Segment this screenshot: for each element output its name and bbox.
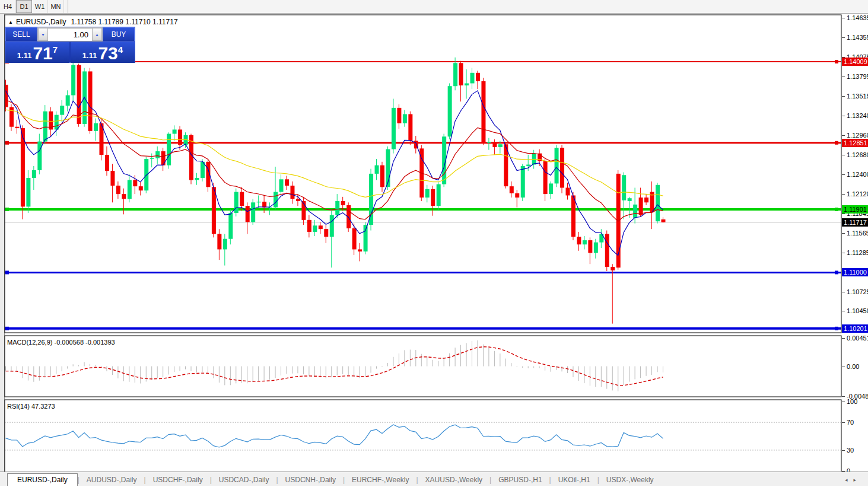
buy-price-display[interactable]: 1.11 73 4 [71,42,135,63]
chart-tab-usdcad-daily[interactable]: USDCAD-,Daily [212,474,276,486]
candle-body [285,179,289,186]
line-end-marker [5,208,9,211]
rsi-axis-label: 30 [847,447,854,454]
chart-tab-usdx-weekly[interactable]: USDX-,Weekly [599,474,661,486]
candle-body [290,186,294,199]
candle-body [195,178,199,180]
price-tick-mark [842,155,845,155]
price-tick-mark [842,135,845,136]
price-tick-label: 1.13515 [847,93,868,100]
trade-panel-collapse-icon[interactable]: ▲ [8,20,13,25]
volume-stepper: ▼ 1.00 ▲ [37,27,103,42]
chart-window: ▲EURUSD-,Daily1.11758 1.11789 1.11710 1.… [0,14,868,500]
candle-body [470,73,475,84]
price-badge-1.10201: 1.10201 [842,324,868,333]
candle-body [588,240,592,253]
candle-body [498,144,503,147]
moving-average-45 [6,110,663,197]
line-end-marker [5,327,9,330]
line-end-marker [835,327,838,330]
price-tick-label: 1.10725 [847,288,868,295]
candle-body [341,201,345,205]
candle-body [88,71,93,130]
one-click-trade-panel: SELL ▼ 1.00 ▲ BUY 1.11 71 7 1.11 73 4 [5,27,135,63]
candle-body [178,129,182,145]
candle-body [543,161,548,195]
chart-tab-usdcnh-daily[interactable]: USDCNH-,Daily [278,474,343,486]
price-badge-1.11000: 1.11000 [842,268,868,276]
timeframe-button-h4[interactable]: H4 [0,0,16,13]
sell-price-main: 71 [33,45,52,62]
chart-tab-usdchf-daily[interactable]: USDCHF-,Daily [146,474,210,486]
buy-price-main: 73 [98,45,117,62]
line-end-marker [5,141,9,145]
volume-decrease-button[interactable]: ▼ [38,28,48,41]
price-tick-label: 1.12960 [847,132,868,139]
candle-body [66,95,70,106]
tab-scroll-left-icon[interactable]: ◂ [845,477,854,483]
symbol-tab-bar: EURUSD-,Daily|AUDUSD-,Daily|USDCHF-,Dail… [0,472,868,486]
candle-body [633,205,637,218]
price-tick-label: 1.14635 [847,14,868,21]
chart-tab-eurusd-daily[interactable]: EURUSD-,Daily [7,473,78,486]
macd-axis-label: 0.004517 [847,335,868,342]
candle-body [313,225,317,232]
price-chart-canvas[interactable] [0,14,868,486]
buy-price-prefix: 1.11 [82,51,97,60]
candle-body [37,142,42,170]
timeframe-button-d1[interactable]: D1 [16,0,32,13]
volume-increase-button[interactable]: ▲ [92,28,102,41]
sell-price-pip: 7 [53,44,58,55]
candle-body [661,219,665,222]
moving-average-6 [6,91,663,256]
candle-body [358,249,362,251]
sell-price-display[interactable]: 1.11 71 7 [5,42,69,63]
candle-body [526,165,530,166]
candle-body [223,239,227,250]
macd-tick-mark [842,338,845,339]
candle-body [481,81,485,143]
line-end-marker [835,208,838,211]
candle-body [510,186,514,193]
toolbar-separator [68,0,68,13]
timeframe-button-mn[interactable]: MN [48,0,64,13]
candle-body [26,178,30,206]
candle-body [246,206,250,222]
chart-tab-gbpusd-h1[interactable]: GBPUSD-,H1 [491,474,549,486]
candle-body [583,240,587,244]
macd-tick-mark [842,396,845,397]
timeframe-button-w1[interactable]: W1 [32,0,48,13]
candle-body [403,114,407,123]
sell-button[interactable]: SELL [5,27,37,42]
price-tick-mark [842,174,845,175]
candle-body [448,86,452,136]
candle-body [201,162,205,178]
ohlc-values: 1.11758 1.11789 1.11710 1.11717 [71,18,178,26]
symbol-title: EURUSD-,Daily [16,18,66,26]
price-tick-label: 1.14355 [847,34,868,41]
chart-tab-eurchf-weekly[interactable]: EURCHF-,Weekly [345,474,416,486]
buy-button[interactable]: BUY [103,27,135,42]
candle-body [71,65,75,95]
candle-body [437,184,441,206]
candle-body [296,199,300,201]
candle-body [639,198,643,215]
candle-body [335,201,339,215]
chart-tab-ukoil-h1[interactable]: UKOil-,H1 [551,474,597,486]
macd-axis-label: 0.00 [847,363,859,370]
candle-body [459,63,463,85]
candle-body [155,151,160,158]
candle-body [375,165,379,174]
price-tick-label: 1.10450 [847,307,868,314]
volume-input[interactable]: 1.00 [48,28,92,41]
candle-body [465,83,469,85]
candle-body [656,185,660,221]
candle-body [32,170,36,178]
candle-body [228,213,233,239]
candle-body [380,165,384,187]
tab-scroll-right-icon[interactable]: ▸ [853,477,862,483]
candle-body [487,142,491,143]
chart-tab-audusd-daily[interactable]: AUDUSD-,Daily [80,474,144,486]
price-tick-mark [842,194,845,195]
chart-tab-xauusd-weekly[interactable]: XAUUSD-,Weekly [418,474,489,486]
